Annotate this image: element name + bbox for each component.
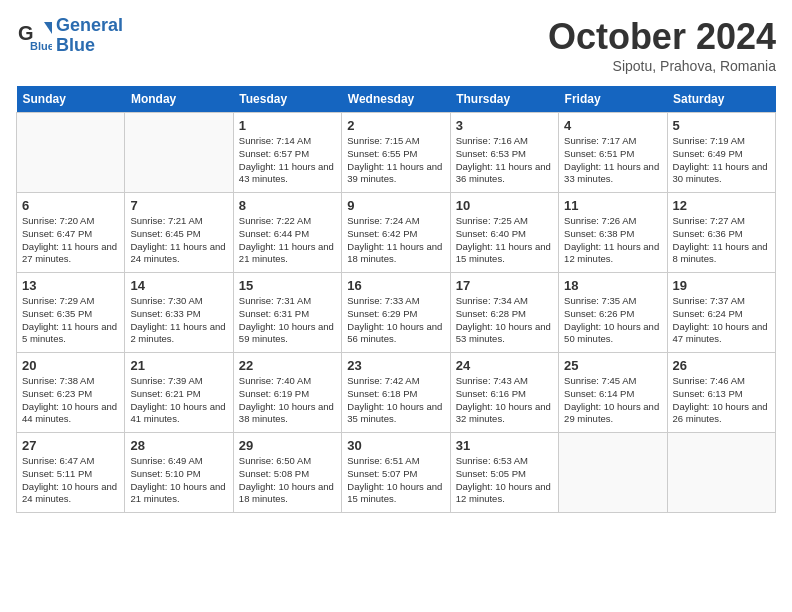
calendar-cell: 2Sunrise: 7:15 AM Sunset: 6:55 PM Daylig…	[342, 113, 450, 193]
calendar-cell: 3Sunrise: 7:16 AM Sunset: 6:53 PM Daylig…	[450, 113, 558, 193]
day-number: 27	[22, 438, 119, 453]
calendar-cell: 4Sunrise: 7:17 AM Sunset: 6:51 PM Daylig…	[559, 113, 667, 193]
calendar-cell: 23Sunrise: 7:42 AM Sunset: 6:18 PM Dayli…	[342, 353, 450, 433]
calendar-cell: 18Sunrise: 7:35 AM Sunset: 6:26 PM Dayli…	[559, 273, 667, 353]
calendar-cell: 27Sunrise: 6:47 AM Sunset: 5:11 PM Dayli…	[17, 433, 125, 513]
day-number: 26	[673, 358, 770, 373]
day-number: 3	[456, 118, 553, 133]
calendar-cell: 1Sunrise: 7:14 AM Sunset: 6:57 PM Daylig…	[233, 113, 341, 193]
week-row-5: 27Sunrise: 6:47 AM Sunset: 5:11 PM Dayli…	[17, 433, 776, 513]
logo: G Blue General Blue	[16, 16, 123, 56]
logo-text: General Blue	[56, 16, 123, 56]
day-info: Sunrise: 7:22 AM Sunset: 6:44 PM Dayligh…	[239, 215, 336, 266]
day-info: Sunrise: 7:19 AM Sunset: 6:49 PM Dayligh…	[673, 135, 770, 186]
column-header-sunday: Sunday	[17, 86, 125, 113]
page-header: G Blue General Blue October 2024 Sipotu,…	[16, 16, 776, 74]
day-info: Sunrise: 7:27 AM Sunset: 6:36 PM Dayligh…	[673, 215, 770, 266]
calendar-cell: 21Sunrise: 7:39 AM Sunset: 6:21 PM Dayli…	[125, 353, 233, 433]
day-number: 20	[22, 358, 119, 373]
calendar-cell: 8Sunrise: 7:22 AM Sunset: 6:44 PM Daylig…	[233, 193, 341, 273]
title-block: October 2024 Sipotu, Prahova, Romania	[548, 16, 776, 74]
calendar-cell: 17Sunrise: 7:34 AM Sunset: 6:28 PM Dayli…	[450, 273, 558, 353]
day-number: 19	[673, 278, 770, 293]
calendar-cell: 26Sunrise: 7:46 AM Sunset: 6:13 PM Dayli…	[667, 353, 775, 433]
day-info: Sunrise: 7:29 AM Sunset: 6:35 PM Dayligh…	[22, 295, 119, 346]
day-number: 15	[239, 278, 336, 293]
day-info: Sunrise: 7:26 AM Sunset: 6:38 PM Dayligh…	[564, 215, 661, 266]
day-number: 1	[239, 118, 336, 133]
day-info: Sunrise: 6:47 AM Sunset: 5:11 PM Dayligh…	[22, 455, 119, 506]
month-title: October 2024	[548, 16, 776, 58]
calendar-cell	[559, 433, 667, 513]
day-info: Sunrise: 6:50 AM Sunset: 5:08 PM Dayligh…	[239, 455, 336, 506]
calendar-cell: 29Sunrise: 6:50 AM Sunset: 5:08 PM Dayli…	[233, 433, 341, 513]
calendar-cell: 5Sunrise: 7:19 AM Sunset: 6:49 PM Daylig…	[667, 113, 775, 193]
day-number: 22	[239, 358, 336, 373]
day-info: Sunrise: 7:35 AM Sunset: 6:26 PM Dayligh…	[564, 295, 661, 346]
calendar-cell: 14Sunrise: 7:30 AM Sunset: 6:33 PM Dayli…	[125, 273, 233, 353]
day-number: 25	[564, 358, 661, 373]
day-number: 18	[564, 278, 661, 293]
logo-icon: G Blue	[16, 18, 52, 54]
calendar-cell: 19Sunrise: 7:37 AM Sunset: 6:24 PM Dayli…	[667, 273, 775, 353]
svg-text:Blue: Blue	[30, 40, 52, 52]
day-number: 23	[347, 358, 444, 373]
day-info: Sunrise: 7:17 AM Sunset: 6:51 PM Dayligh…	[564, 135, 661, 186]
day-info: Sunrise: 7:20 AM Sunset: 6:47 PM Dayligh…	[22, 215, 119, 266]
calendar-cell: 22Sunrise: 7:40 AM Sunset: 6:19 PM Dayli…	[233, 353, 341, 433]
day-number: 12	[673, 198, 770, 213]
day-number: 2	[347, 118, 444, 133]
calendar-cell: 25Sunrise: 7:45 AM Sunset: 6:14 PM Dayli…	[559, 353, 667, 433]
day-number: 14	[130, 278, 227, 293]
day-info: Sunrise: 7:14 AM Sunset: 6:57 PM Dayligh…	[239, 135, 336, 186]
calendar-cell: 11Sunrise: 7:26 AM Sunset: 6:38 PM Dayli…	[559, 193, 667, 273]
column-header-saturday: Saturday	[667, 86, 775, 113]
location-subtitle: Sipotu, Prahova, Romania	[548, 58, 776, 74]
day-info: Sunrise: 7:24 AM Sunset: 6:42 PM Dayligh…	[347, 215, 444, 266]
calendar-cell: 16Sunrise: 7:33 AM Sunset: 6:29 PM Dayli…	[342, 273, 450, 353]
week-row-4: 20Sunrise: 7:38 AM Sunset: 6:23 PM Dayli…	[17, 353, 776, 433]
day-info: Sunrise: 7:31 AM Sunset: 6:31 PM Dayligh…	[239, 295, 336, 346]
calendar-table: SundayMondayTuesdayWednesdayThursdayFrid…	[16, 86, 776, 513]
week-row-1: 1Sunrise: 7:14 AM Sunset: 6:57 PM Daylig…	[17, 113, 776, 193]
calendar-cell: 15Sunrise: 7:31 AM Sunset: 6:31 PM Dayli…	[233, 273, 341, 353]
calendar-cell: 10Sunrise: 7:25 AM Sunset: 6:40 PM Dayli…	[450, 193, 558, 273]
day-info: Sunrise: 7:39 AM Sunset: 6:21 PM Dayligh…	[130, 375, 227, 426]
day-number: 9	[347, 198, 444, 213]
day-info: Sunrise: 7:46 AM Sunset: 6:13 PM Dayligh…	[673, 375, 770, 426]
day-info: Sunrise: 7:42 AM Sunset: 6:18 PM Dayligh…	[347, 375, 444, 426]
column-header-tuesday: Tuesday	[233, 86, 341, 113]
day-number: 21	[130, 358, 227, 373]
calendar-header-row: SundayMondayTuesdayWednesdayThursdayFrid…	[17, 86, 776, 113]
week-row-2: 6Sunrise: 7:20 AM Sunset: 6:47 PM Daylig…	[17, 193, 776, 273]
day-info: Sunrise: 6:49 AM Sunset: 5:10 PM Dayligh…	[130, 455, 227, 506]
week-row-3: 13Sunrise: 7:29 AM Sunset: 6:35 PM Dayli…	[17, 273, 776, 353]
day-number: 16	[347, 278, 444, 293]
day-number: 7	[130, 198, 227, 213]
day-number: 13	[22, 278, 119, 293]
calendar-cell: 7Sunrise: 7:21 AM Sunset: 6:45 PM Daylig…	[125, 193, 233, 273]
column-header-monday: Monday	[125, 86, 233, 113]
day-info: Sunrise: 7:21 AM Sunset: 6:45 PM Dayligh…	[130, 215, 227, 266]
day-number: 5	[673, 118, 770, 133]
day-info: Sunrise: 7:38 AM Sunset: 6:23 PM Dayligh…	[22, 375, 119, 426]
calendar-cell	[667, 433, 775, 513]
calendar-cell: 31Sunrise: 6:53 AM Sunset: 5:05 PM Dayli…	[450, 433, 558, 513]
day-info: Sunrise: 7:40 AM Sunset: 6:19 PM Dayligh…	[239, 375, 336, 426]
day-number: 31	[456, 438, 553, 453]
calendar-cell: 6Sunrise: 7:20 AM Sunset: 6:47 PM Daylig…	[17, 193, 125, 273]
calendar-cell: 28Sunrise: 6:49 AM Sunset: 5:10 PM Dayli…	[125, 433, 233, 513]
day-info: Sunrise: 7:45 AM Sunset: 6:14 PM Dayligh…	[564, 375, 661, 426]
day-info: Sunrise: 7:15 AM Sunset: 6:55 PM Dayligh…	[347, 135, 444, 186]
day-info: Sunrise: 7:34 AM Sunset: 6:28 PM Dayligh…	[456, 295, 553, 346]
day-info: Sunrise: 7:37 AM Sunset: 6:24 PM Dayligh…	[673, 295, 770, 346]
calendar-cell	[17, 113, 125, 193]
column-header-friday: Friday	[559, 86, 667, 113]
day-number: 8	[239, 198, 336, 213]
day-number: 29	[239, 438, 336, 453]
day-number: 17	[456, 278, 553, 293]
calendar-cell: 20Sunrise: 7:38 AM Sunset: 6:23 PM Dayli…	[17, 353, 125, 433]
column-header-wednesday: Wednesday	[342, 86, 450, 113]
day-number: 11	[564, 198, 661, 213]
day-number: 30	[347, 438, 444, 453]
